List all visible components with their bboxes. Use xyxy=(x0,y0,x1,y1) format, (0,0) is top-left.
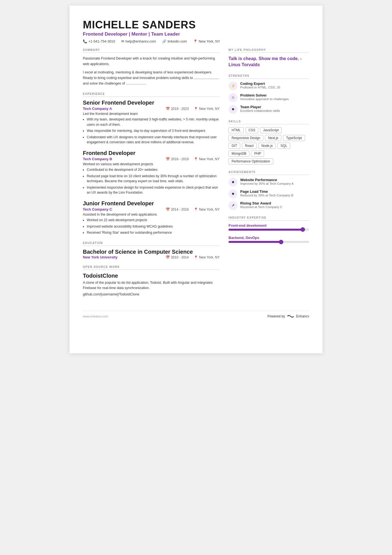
job-2-company: Tech Company B xyxy=(83,157,112,161)
skill-tag-1: CSS xyxy=(245,127,259,133)
strength-3-desc: Excellent collaboration skills xyxy=(240,109,280,112)
summary-text: Passionate Frontend Developer with a kna… xyxy=(83,56,220,86)
powered-by-text: Powered by xyxy=(267,314,285,318)
edu-years: 📅 2010 - 2014 xyxy=(166,255,189,259)
achievement-1: ★ Website Performance Improved by 35% at… xyxy=(229,178,309,187)
expertise-bar-fill-0 xyxy=(229,229,303,231)
job-3-company: Tech Company C xyxy=(83,207,112,211)
achievement-1-name: Website Performance xyxy=(240,178,294,182)
job-2-bullet-3: Implemented responsive design for improv… xyxy=(87,185,220,195)
oss-desc: A clone of the popular to-do list applic… xyxy=(83,280,220,291)
strength-1-desc: Proficient in HTML, CSS, JS xyxy=(240,86,280,89)
achievement-3: ↗ Rising Star Award Received at Tech Com… xyxy=(229,201,309,210)
job-3-years: 📅 2014 - 2016 xyxy=(166,208,189,211)
job-3-desc: Assisted in the development of web appli… xyxy=(83,213,220,216)
right-column: MY LIFE PHILOSOPHY Talk is cheap. Show m… xyxy=(229,48,309,302)
location-item: 📍 New York, NY xyxy=(193,39,220,43)
location-icon-1: 📍 xyxy=(194,107,198,111)
education-section: EDUCATION Bachelor of Science in Compute… xyxy=(83,241,220,259)
job-3-title: Junior Frontend Developer xyxy=(83,200,220,207)
achievement-2-content: Page Load Time Reduced by 30% at Tech Co… xyxy=(240,189,293,197)
strength-2-desc: Innovative approach to challenges xyxy=(240,97,289,101)
location-icon-2: 📍 xyxy=(194,157,198,161)
job-2-bullet-1: Contributed to the development of 20+ we… xyxy=(87,167,220,172)
skill-tag-4: Next.js xyxy=(265,135,281,141)
strength-3-name: Team Player xyxy=(240,105,280,109)
expertise-item-1: Backend, DevOps xyxy=(229,236,309,244)
job-1-title: Senior Frontend Developer xyxy=(83,100,220,106)
footer-brand: Powered by Enhancv xyxy=(267,314,309,319)
job-2-title: Frontend Developer xyxy=(83,150,220,156)
calendar-icon-3: 📅 xyxy=(166,208,170,211)
phone-item: 📞 +1-541-754-3010 xyxy=(83,39,115,43)
edu-location: 📍 New York, NY xyxy=(194,255,220,259)
university-name: New York University xyxy=(83,255,118,259)
job-3-meta-row: Tech Company C 📅 2014 - 2016 📍 New York,… xyxy=(83,207,220,211)
philosophy-label: MY LIFE PHILOSOPHY xyxy=(229,48,309,53)
job-2-bullet-2: Reduced page load time on 10 client webs… xyxy=(87,174,220,184)
location-icon: 📍 xyxy=(193,39,198,43)
strength-2-content: Problem Solver Innovative approach to ch… xyxy=(240,93,289,101)
skills-section: SKILLS HTMLCSSJavaScriptResponsive Desig… xyxy=(229,120,309,164)
strength-3-icon: ★ xyxy=(229,105,237,114)
summary-para-2: I excel at motivating, mentoring & devel… xyxy=(83,70,220,86)
job-2-bullets: Contributed to the development of 20+ we… xyxy=(83,167,220,195)
job-2-meta: 📅 2016 - 2019 📍 New York, NY xyxy=(166,157,220,161)
job-1-meta-row: Tech Company A 📅 2019 - 2023 📍 New York,… xyxy=(83,107,220,111)
edu-meta: 📅 2010 - 2014 📍 New York, NY xyxy=(166,255,220,259)
degree-title: Bachelor of Science in Computer Science xyxy=(83,249,220,255)
strengths-section: STRENGTHS ⚡ Coding Expert Proficient in … xyxy=(229,74,309,114)
strength-2-icon: ☆ xyxy=(229,93,237,102)
achievement-1-desc: Improved by 35% at Tech Company A xyxy=(240,182,294,185)
job-3-bullet-3: Received 'Rising Star' award for outstan… xyxy=(87,230,220,235)
expertise-bar-dot-1 xyxy=(279,240,283,244)
strength-3: ★ Team Player Excellent collaboration sk… xyxy=(229,105,309,114)
skill-tag-10: MongoDB xyxy=(229,151,249,157)
skill-tag-2: JavaScript xyxy=(260,127,282,133)
job-3-bullet-2: Improved website accessibility following… xyxy=(87,224,220,229)
edu-meta-row: New York University 📅 2010 - 2014 📍 New … xyxy=(83,255,220,259)
oss-title: TodoistClone xyxy=(83,273,220,279)
strength-1-icon: ⚡ xyxy=(229,82,237,90)
linkedin-item: 🔗 linkedin.com xyxy=(162,39,187,43)
job-1-bullet-3: Collaborated with UX designers to implem… xyxy=(87,135,220,145)
calendar-icon-2: 📅 xyxy=(166,157,170,161)
contact-bar: 📞 +1-541-754-3010 ✉ help@enhancv.com 🔗 l… xyxy=(83,39,309,43)
oss-link: github.com/[username]/TodoistClone xyxy=(83,292,220,296)
expertise-item-0: Front-end develoment xyxy=(229,223,309,232)
achievement-2: ★ Page Load Time Reduced by 30% at Tech … xyxy=(229,189,309,198)
strength-1: ⚡ Coding Expert Proficient in HTML, CSS,… xyxy=(229,82,309,90)
philosophy-section: MY LIFE PHILOSOPHY Talk is cheap. Show m… xyxy=(229,48,309,68)
strength-2-name: Problem Solver xyxy=(240,93,289,97)
candidate-name: MICHELLE SANDERS xyxy=(83,19,309,31)
expertise-bar-bg-1 xyxy=(229,241,309,243)
experience-label: EXPERIENCE xyxy=(83,92,220,97)
expertise-bar-bg-0 xyxy=(229,229,309,231)
job-1-bullet-1: With my team, developed and maintained 3… xyxy=(87,117,220,127)
achievement-3-icon: ↗ xyxy=(229,201,237,210)
summary-section: SUMMARY Passionate Frontend Developer wi… xyxy=(83,48,220,86)
phone-icon: 📞 xyxy=(83,39,87,43)
expertise-bars: Front-end develomentBackend, DevOps xyxy=(229,223,309,244)
summary-para-1: Passionate Frontend Developer with a kna… xyxy=(83,56,220,67)
job-1-bullets: With my team, developed and maintained 3… xyxy=(83,117,220,145)
job-2-location: 📍 New York, NY xyxy=(194,157,220,161)
email-icon: ✉ xyxy=(121,39,124,43)
achievement-2-name: Page Load Time xyxy=(240,189,293,194)
linkedin-icon: 🔗 xyxy=(162,39,167,43)
job-2-desc: Worked on various web development projec… xyxy=(83,162,220,166)
job-2: Frontend Developer Tech Company B 📅 2016… xyxy=(83,150,220,195)
expertise-label-0: Front-end develoment xyxy=(229,223,309,228)
location-icon-edu: 📍 xyxy=(194,255,198,259)
opensource-label: OPEN-SOURCE WORK xyxy=(83,265,220,270)
job-3-bullet-1: Worked on 22 web development projects xyxy=(87,218,220,223)
achievement-3-content: Rising Star Award Received at Tech Compa… xyxy=(240,201,282,209)
calendar-icon-edu: 📅 xyxy=(166,255,170,259)
skill-tag-12: Performance Optimization xyxy=(229,158,273,164)
job-3-bullets: Worked on 22 web development projects Im… xyxy=(83,218,220,235)
strength-2: ☆ Problem Solver Innovative approach to … xyxy=(229,93,309,102)
strength-3-content: Team Player Excellent collaboration skil… xyxy=(240,105,280,112)
expertise-bar-fill-1 xyxy=(229,241,281,243)
skill-tag-3: Responsive Design xyxy=(229,135,263,141)
main-columns: SUMMARY Passionate Frontend Developer wi… xyxy=(83,48,309,302)
